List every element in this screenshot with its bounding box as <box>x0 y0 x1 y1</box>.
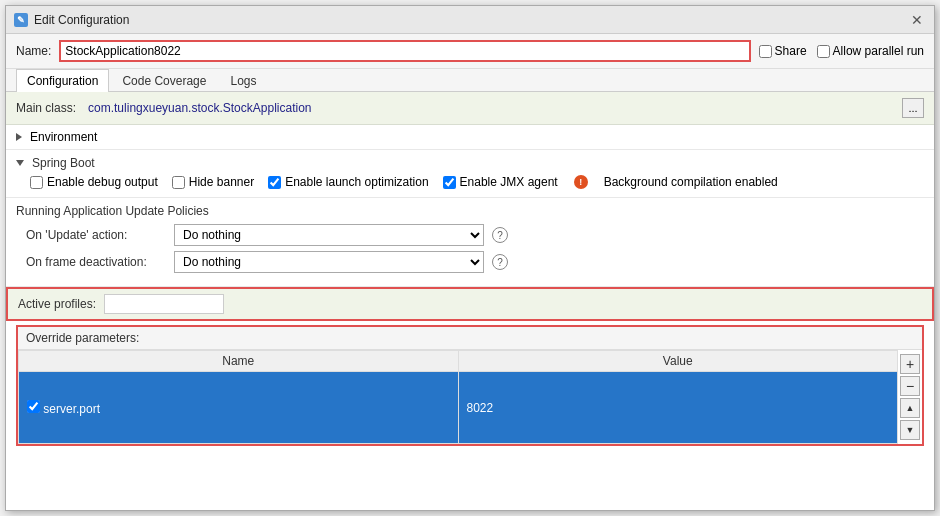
hide-banner-label: Hide banner <box>189 175 254 189</box>
environment-label: Environment <box>30 130 97 144</box>
spring-boot-title[interactable]: Spring Boot <box>16 156 924 170</box>
parallel-option[interactable]: Allow parallel run <box>817 44 924 58</box>
frame-deactivation-select[interactable]: Do nothing Update classes and resources … <box>174 251 484 273</box>
title-bar: ✎ Edit Configuration ✕ <box>6 6 934 34</box>
frame-deactivation-label: On frame deactivation: <box>26 255 166 269</box>
jmx-agent-label: Enable JMX agent <box>460 175 558 189</box>
frame-deactivation-help-icon[interactable]: ? <box>492 254 508 270</box>
tabs-bar: Configuration Code Coverage Logs <box>6 69 934 92</box>
main-class-label: Main class: <box>16 101 76 115</box>
remove-row-button[interactable]: − <box>900 376 920 396</box>
debug-output-option[interactable]: Enable debug output <box>30 175 158 189</box>
row-value-cell: 8022 <box>458 372 898 444</box>
env-triangle-icon <box>16 133 22 141</box>
hide-banner-option[interactable]: Hide banner <box>172 175 254 189</box>
row-checkbox[interactable] <box>27 400 40 413</box>
update-action-select[interactable]: Do nothing Update classes and resources … <box>174 224 484 246</box>
active-profiles-input[interactable] <box>104 294 224 314</box>
col-header-name: Name <box>19 351 459 372</box>
jmx-agent-option[interactable]: Enable JMX agent <box>443 175 558 189</box>
override-parameters-title: Override parameters: <box>18 327 922 350</box>
col-header-value: Value <box>458 351 898 372</box>
edit-configuration-dialog: ✎ Edit Configuration ✕ Name: Share Allow… <box>5 5 935 511</box>
override-table-wrapper: Name Value server.port 8022 <box>18 350 922 444</box>
parallel-label: Allow parallel run <box>833 44 924 58</box>
launch-opt-option[interactable]: Enable launch optimization <box>268 175 428 189</box>
update-action-help-icon[interactable]: ? <box>492 227 508 243</box>
spring-boot-toggle-icon <box>16 160 24 166</box>
close-button[interactable]: ✕ <box>908 11 926 29</box>
share-checkbox[interactable] <box>759 45 772 58</box>
name-row: Name: Share Allow parallel run <box>6 34 934 69</box>
running-policies-title: Running Application Update Policies <box>16 204 924 218</box>
debug-output-checkbox[interactable] <box>30 176 43 189</box>
share-label: Share <box>775 44 807 58</box>
empty-space <box>6 450 934 510</box>
main-class-row: Main class: com.tulingxueyuan.stock.Stoc… <box>6 92 934 125</box>
launch-opt-label: Enable launch optimization <box>285 175 428 189</box>
main-class-browse-button[interactable]: ... <box>902 98 924 118</box>
content-area: Main class: com.tulingxueyuan.stock.Stoc… <box>6 92 934 510</box>
main-class-value: com.tulingxueyuan.stock.StockApplication <box>84 99 894 117</box>
table-row[interactable]: server.port 8022 <box>19 372 898 444</box>
share-option[interactable]: Share <box>759 44 807 58</box>
name-label: Name: <box>16 44 51 58</box>
parallel-checkbox[interactable] <box>817 45 830 58</box>
spring-boot-section: Spring Boot Enable debug output Hide ban… <box>6 150 934 198</box>
dialog-icon: ✎ <box>14 13 28 27</box>
move-up-button[interactable]: ▲ <box>900 398 920 418</box>
launch-opt-checkbox[interactable] <box>268 176 281 189</box>
jmx-agent-checkbox[interactable] <box>443 176 456 189</box>
table-side-buttons: + − ▲ ▼ <box>898 350 922 444</box>
active-profiles-label: Active profiles: <box>18 297 96 311</box>
title-bar-left: ✎ Edit Configuration <box>14 13 129 27</box>
frame-deactivation-row: On frame deactivation: Do nothing Update… <box>16 251 924 273</box>
name-input[interactable] <box>59 40 750 62</box>
override-table: Name Value server.port 8022 <box>18 350 898 444</box>
tab-configuration[interactable]: Configuration <box>16 69 109 92</box>
add-row-button[interactable]: + <box>900 354 920 374</box>
move-down-button[interactable]: ▼ <box>900 420 920 440</box>
warning-icon: ! <box>574 175 588 189</box>
tab-code-coverage[interactable]: Code Coverage <box>111 69 217 92</box>
environment-section[interactable]: Environment <box>6 125 934 150</box>
running-policies-section: Running Application Update Policies On '… <box>6 198 934 287</box>
bg-compilation-label: Background compilation enabled <box>604 175 778 189</box>
dialog-title: Edit Configuration <box>34 13 129 27</box>
debug-output-label: Enable debug output <box>47 175 158 189</box>
row-name-value: server.port <box>43 402 100 416</box>
update-action-row: On 'Update' action: Do nothing Update cl… <box>16 224 924 246</box>
name-options: Share Allow parallel run <box>759 44 924 58</box>
spring-boot-label: Spring Boot <box>32 156 95 170</box>
spring-boot-options: Enable debug output Hide banner Enable l… <box>16 175 924 189</box>
row-name-cell: server.port <box>19 372 459 444</box>
hide-banner-checkbox[interactable] <box>172 176 185 189</box>
active-profiles-row: Active profiles: <box>6 287 934 321</box>
override-parameters-section: Override parameters: Name Value serv <box>16 325 924 446</box>
tab-logs[interactable]: Logs <box>219 69 267 92</box>
update-action-label: On 'Update' action: <box>26 228 166 242</box>
